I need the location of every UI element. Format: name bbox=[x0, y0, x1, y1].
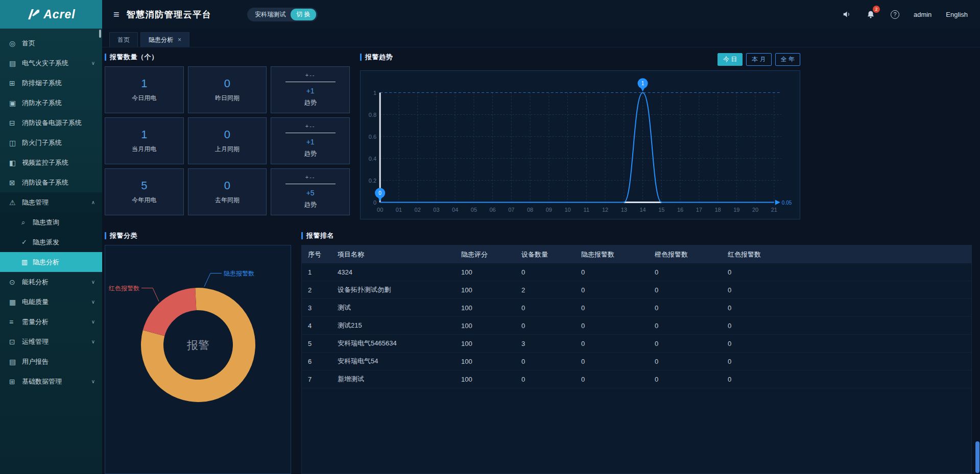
range-button-today[interactable]: 今 日 bbox=[718, 53, 743, 66]
sidebar-item-demand-analysis[interactable]: ≡需量分析∨ bbox=[0, 312, 102, 332]
sidebar: Acrel ◎首页▤电气火灾子系统∨⊞防排烟子系统▣消防水子系统⊟消防设备电源子… bbox=[0, 0, 102, 474]
water-icon: ▣ bbox=[9, 99, 22, 107]
table-cell: 0 bbox=[581, 286, 655, 294]
range-button-year[interactable]: 全 年 bbox=[775, 53, 800, 66]
table-cell: 2 bbox=[308, 286, 338, 294]
range-button-month[interactable]: 本 月 bbox=[746, 53, 771, 66]
sidebar-item-label: 隐患分析 bbox=[33, 258, 95, 267]
sidebar-item-home[interactable]: ◎首页 bbox=[0, 33, 102, 53]
sidebar-nav: ◎首页▤电气火灾子系统∨⊞防排烟子系统▣消防水子系统⊟消防设备电源子系统◫防火门… bbox=[0, 29, 102, 391]
trend-sparkline: +-- bbox=[305, 124, 316, 129]
column-header: 项目名称 bbox=[338, 250, 461, 259]
alarm-count-card: 1 当月用电 bbox=[105, 117, 184, 164]
trend-sparkline: +-- bbox=[305, 73, 316, 78]
tab-home[interactable]: 首页 bbox=[109, 32, 138, 47]
sidebar-item-smoke-exhaust[interactable]: ⊞防排烟子系统 bbox=[0, 73, 102, 93]
sidebar-item-hazard-management[interactable]: ⚠隐患管理∧ bbox=[0, 192, 102, 212]
svg-text:报警: 报警 bbox=[186, 339, 209, 352]
alarm-category-title: 报警分类 bbox=[105, 231, 291, 241]
category-chart-box: 隐患报警数红色报警数报警 bbox=[105, 245, 291, 474]
svg-text:03: 03 bbox=[433, 207, 439, 213]
device-icon: ⊠ bbox=[9, 179, 22, 187]
svg-text:14: 14 bbox=[639, 207, 646, 213]
table-row: 5安科瑞电气54656341003000 bbox=[302, 335, 971, 353]
sidebar-item-ops-management[interactable]: ⊡运维管理∨ bbox=[0, 332, 102, 352]
sidebar-item-video-monitoring[interactable]: ◧视频监控子系统 bbox=[0, 153, 102, 172]
trend-value: +1 bbox=[306, 87, 315, 95]
user-menu[interactable]: admin bbox=[914, 11, 931, 18]
ranking-header-row: 序号项目名称隐患评分设备数量隐患报警数橙色报警数红色报警数 bbox=[302, 245, 971, 263]
table-row: 4测试2151000000 bbox=[302, 317, 971, 335]
page-scrollbar-thumb[interactable] bbox=[975, 441, 979, 473]
language-switch[interactable]: English bbox=[946, 11, 968, 18]
alarm-count-card: 1 今日用电 bbox=[105, 66, 184, 113]
table-cell: 100 bbox=[461, 340, 521, 347]
table-cell: 100 bbox=[461, 268, 521, 276]
tab-hazard-analysis[interactable]: 隐患分析× bbox=[140, 32, 189, 47]
alarm-count-cards: 1 今日用电0 昨日同期+-- +1 趋势1 当月用电0 上月同期+-- +1 … bbox=[105, 66, 350, 215]
trend-value: +5 bbox=[306, 189, 315, 197]
alarm-category-donut-chart: 隐患报警数红色报警数报警 bbox=[105, 245, 291, 474]
notifications-bell-icon[interactable]: 2 bbox=[866, 10, 875, 19]
trend-chart-box: 0001020304050607080910111213141516171819… bbox=[360, 70, 800, 219]
chart-icon: ▤ bbox=[9, 59, 22, 67]
switch-project-button[interactable]: 切 换 bbox=[291, 9, 316, 20]
sidebar-item-hazard-analysis[interactable]: ▥隐患分析 bbox=[0, 252, 102, 272]
sidebar-item-fire-power-supply[interactable]: ⊟消防设备电源子系统 bbox=[0, 113, 102, 133]
trend-value: +1 bbox=[306, 138, 315, 146]
svg-text:0.2: 0.2 bbox=[369, 178, 376, 184]
ops-icon: ⊡ bbox=[9, 338, 22, 346]
sidebar-item-energy-analysis[interactable]: ⊙能耗分析∨ bbox=[0, 272, 102, 292]
table-cell: 新增测试 bbox=[338, 375, 461, 384]
svg-text:12: 12 bbox=[602, 207, 608, 213]
svg-text:07: 07 bbox=[508, 207, 514, 213]
sidebar-item-label: 用户报告 bbox=[22, 357, 95, 366]
svg-text:21: 21 bbox=[771, 207, 777, 213]
card-label: 今年用电 bbox=[132, 196, 156, 205]
sidebar-item-electrical-fire[interactable]: ▤电气火灾子系统∨ bbox=[0, 53, 102, 73]
tab-label: 首页 bbox=[117, 36, 130, 44]
table-cell: 2 bbox=[521, 286, 581, 294]
tab-close-icon[interactable]: × bbox=[178, 36, 181, 43]
sidebar-item-fire-door[interactable]: ◫防火门子系统 bbox=[0, 133, 102, 153]
table-cell: 0 bbox=[581, 376, 655, 383]
table-cell: 设备拓扑测试勿删 bbox=[338, 285, 461, 294]
collapse-menu-icon[interactable]: ≡ bbox=[113, 9, 119, 20]
svg-text:08: 08 bbox=[527, 207, 533, 213]
table-cell: 0 bbox=[581, 322, 655, 330]
alarm-count-card: 0 昨日同期 bbox=[188, 66, 267, 113]
svg-text:02: 02 bbox=[415, 207, 421, 213]
chevron-down-icon: ∨ bbox=[91, 319, 95, 325]
sidebar-item-fire-equipment[interactable]: ⊠消防设备子系统 bbox=[0, 172, 102, 192]
card-value: 5 bbox=[141, 179, 147, 192]
sidebar-item-hazard-dispatch[interactable]: ✓隐患派发 bbox=[0, 232, 102, 252]
svg-text:17: 17 bbox=[696, 207, 702, 213]
svg-text:11: 11 bbox=[584, 207, 589, 213]
column-header: 序号 bbox=[308, 250, 338, 259]
sidebar-scrollbar-thumb[interactable] bbox=[99, 30, 101, 38]
sidebar-item-user-report[interactable]: ▤用户报告 bbox=[0, 352, 102, 371]
sidebar-item-fire-water[interactable]: ▣消防水子系统 bbox=[0, 93, 102, 113]
speaker-icon[interactable] bbox=[842, 10, 852, 19]
table-cell: 0 bbox=[521, 358, 581, 365]
card-label: 昨日同期 bbox=[215, 94, 240, 103]
svg-text:0: 0 bbox=[378, 190, 381, 196]
svg-text:05: 05 bbox=[471, 207, 477, 213]
sidebar-item-label: 消防设备子系统 bbox=[22, 178, 95, 187]
column-header: 设备数量 bbox=[521, 250, 581, 259]
column-header: 隐患报警数 bbox=[581, 250, 655, 259]
table-cell: 0 bbox=[655, 304, 728, 312]
sidebar-item-power-quality[interactable]: ▦电能质量∨ bbox=[0, 292, 102, 312]
svg-text:00: 00 bbox=[377, 207, 383, 213]
table-cell: 100 bbox=[461, 376, 521, 383]
svg-text:04: 04 bbox=[452, 207, 458, 213]
page-scrollbar bbox=[975, 0, 980, 474]
title-bar-decor bbox=[105, 54, 106, 61]
base-icon: ⊞ bbox=[9, 378, 22, 386]
sidebar-item-label: 能耗分析 bbox=[22, 278, 91, 287]
sidebar-item-hazard-query[interactable]: ⌕隐患查询 bbox=[0, 212, 102, 232]
logo: Acrel bbox=[0, 0, 102, 29]
svg-text:10: 10 bbox=[564, 207, 570, 213]
sidebar-item-basic-data[interactable]: ⊞基础数据管理∨ bbox=[0, 371, 102, 391]
help-icon[interactable]: ? bbox=[891, 10, 899, 19]
